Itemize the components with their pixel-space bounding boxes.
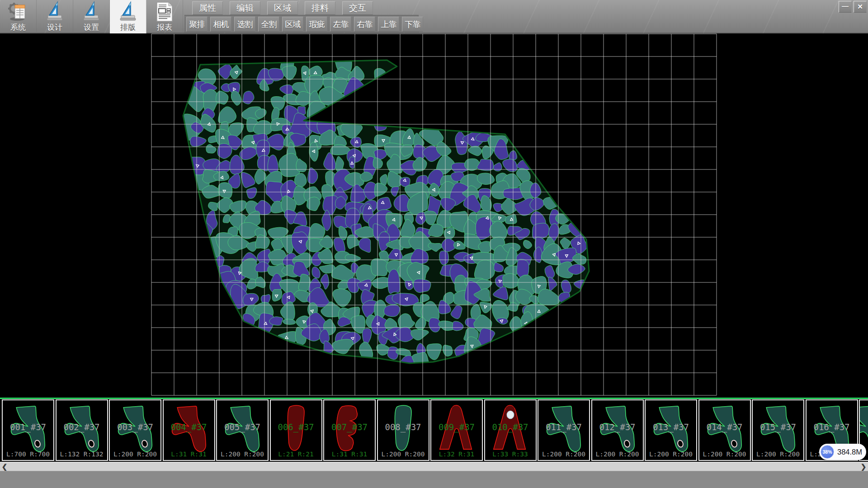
nav-item-3[interactable]: 设置: [73, 0, 110, 33]
nav-item-5[interactable]: 报表: [146, 0, 183, 33]
nesting-canvas[interactable]: [0, 33, 868, 398]
memory-percent: 38%: [822, 449, 832, 455]
top-toolbar: 系统设计设置排版报表 属性编辑区域排料交互 聚排相机选割全割区域瑕疵左靠右靠上靠…: [0, 0, 868, 33]
nav-item-1[interactable]: 系统: [0, 0, 37, 33]
piece-thumbnail-15[interactable]: 015_#37L:200 R:200: [752, 399, 804, 461]
nav-item-label: 系统: [10, 23, 26, 32]
piece-thumbnail-11[interactable]: 011_#37L:200 R:200: [538, 399, 590, 461]
tool-button-10[interactable]: 下靠: [402, 17, 423, 32]
memory-usage: 384.8M: [837, 444, 862, 460]
tool-button-3[interactable]: 选割: [234, 17, 255, 32]
pieces-strip: 001_#37L:700 R:700002_#37L:132 R:132003_…: [0, 398, 868, 462]
tool-button-5[interactable]: 区域: [282, 17, 303, 32]
nav-item-label: 设置: [84, 23, 99, 32]
tool-button-6[interactable]: 瑕疵: [306, 17, 327, 32]
nav-item-2[interactable]: 设计: [37, 0, 73, 33]
menu-tab-3[interactable]: 区域: [267, 1, 298, 15]
menu-tab-row: 属性编辑区域排料交互: [192, 1, 373, 15]
minimize-icon: —: [842, 2, 849, 10]
strip-separator: [0, 398, 868, 399]
nav-item-label: 排版: [120, 23, 136, 32]
set-square-icon: [117, 1, 139, 23]
memory-badge: 38% 384.8M: [819, 444, 866, 460]
nav-item-label: 设计: [47, 23, 62, 32]
app: { "window": { "minimize_glyph": "—", "cl…: [0, 0, 868, 488]
piece-thumbnail-12[interactable]: 012_#37L:200 R:200: [591, 399, 644, 461]
piece-thumbnail-6[interactable]: 006_#37L:21 R:21: [270, 399, 322, 461]
menu-tab-2[interactable]: 编辑: [230, 1, 260, 15]
tool-button-7[interactable]: 左靠: [330, 17, 351, 32]
close-icon: ✕: [857, 3, 863, 11]
minimize-button[interactable]: —: [839, 1, 852, 13]
tool-button-4[interactable]: 全割: [258, 17, 279, 32]
set-square-icon: [44, 1, 66, 23]
tool-row: 聚排相机选割全割区域瑕疵左靠右靠上靠下靠: [186, 17, 423, 32]
piece-thumbnail-4[interactable]: 004_#37L:31 R:31: [163, 399, 215, 461]
report-doc-icon: [154, 1, 175, 23]
set-square-icon: [80, 1, 102, 23]
piece-thumbnail-5[interactable]: 005_#37L:200 R:200: [216, 399, 269, 461]
tool-button-1[interactable]: 聚排: [186, 17, 208, 32]
nav-item-label: 报表: [157, 23, 172, 32]
piece-thumbnail-10[interactable]: 010_#37L:33 R:33: [484, 399, 537, 461]
tool-button-8[interactable]: 右靠: [354, 17, 375, 32]
piece-thumbnail-9[interactable]: 009_#37L:32 R:31: [430, 399, 483, 461]
tool-button-9[interactable]: 上靠: [378, 17, 399, 32]
system-gear-icon: [7, 1, 29, 23]
nav-item-4[interactable]: 排版: [110, 0, 146, 33]
piece-thumbnail-13[interactable]: 013_#37L:200 R:200: [645, 399, 697, 461]
menu-tab-5[interactable]: 交互: [342, 1, 373, 15]
scroll-right-icon[interactable]: ❯: [859, 462, 868, 471]
horizontal-scrollbar[interactable]: ❮ ❯: [0, 462, 868, 471]
piece-thumbnail-1[interactable]: 001_#37L:700 R:700: [2, 399, 54, 461]
piece-thumbnail-8[interactable]: 008_#37L:200 R:200: [377, 399, 429, 461]
piece-thumbnail-14[interactable]: 014_#37L:200 R:200: [698, 399, 751, 461]
close-button[interactable]: ✕: [854, 1, 867, 13]
menu-tab-1[interactable]: 属性: [192, 1, 223, 15]
piece-thumbnail-7[interactable]: 007_#37L:31 R:31: [323, 399, 376, 461]
scroll-left-icon[interactable]: ❮: [0, 462, 9, 471]
nested-pieces: [173, 52, 587, 368]
piece-thumbnail-2[interactable]: 002_#37L:132 R:132: [56, 399, 108, 461]
menu-tab-4[interactable]: 排料: [305, 1, 335, 15]
status-bar: [0, 471, 868, 488]
nav-bar: 系统设计设置排版报表: [0, 0, 183, 33]
piece-thumbnail-3[interactable]: 003_#37L:200 R:200: [109, 399, 161, 461]
memory-percent-indicator: 38%: [821, 445, 834, 459]
tool-button-2[interactable]: 相机: [210, 17, 231, 32]
window-controls: — ✕: [839, 1, 867, 13]
canvas-svg: [0, 33, 868, 398]
